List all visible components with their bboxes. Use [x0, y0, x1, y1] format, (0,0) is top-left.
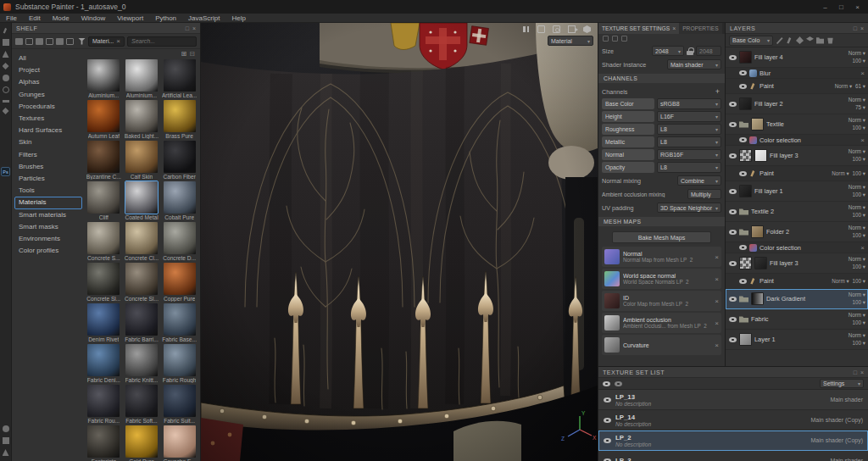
- material-item[interactable]: Concrete Cl...: [124, 222, 160, 261]
- menu-mode[interactable]: Mode: [47, 14, 75, 22]
- visibility-eye-icon[interactable]: [604, 458, 611, 461]
- remove-effect-icon[interactable]: ×: [860, 244, 865, 252]
- remove-filter-icon[interactable]: ×: [116, 37, 120, 45]
- material-item[interactable]: Fabric Deni...: [86, 344, 122, 383]
- material-picker-tool-icon[interactable]: [3, 100, 9, 103]
- opacity-dropdown[interactable]: 100 ▾: [853, 212, 865, 219]
- mesh-map-card[interactable]: World space normalWorld Space Normals LP…: [602, 269, 721, 289]
- sidebar-item-project[interactable]: Project: [14, 64, 82, 76]
- blend-mode-dropdown[interactable]: Norm ▾: [849, 97, 865, 103]
- mesh-map-card[interactable]: IDColor Map from Mesh LP_2×: [602, 291, 721, 311]
- dock-icon[interactable]: □: [854, 25, 857, 31]
- visibility-eye-icon[interactable]: [604, 438, 611, 443]
- minimize-button[interactable]: –: [818, 2, 832, 12]
- grid-small-icon[interactable]: ⊟: [189, 51, 195, 58]
- material-item[interactable]: Aluminium...: [86, 59, 122, 98]
- visibility-eye-icon[interactable]: [739, 137, 747, 142]
- material-item[interactable]: Fabric Soft...: [124, 385, 160, 424]
- visibility-eye-icon[interactable]: [604, 418, 611, 423]
- dock-icon[interactable]: □: [186, 25, 189, 31]
- folder-icon[interactable]: [15, 38, 23, 45]
- viewport-3d[interactable]: Y X Z Material ▾: [201, 23, 598, 461]
- panel-toolbar-icon[interactable]: [603, 36, 609, 42]
- visibility-eye-icon[interactable]: [729, 102, 737, 107]
- blend-mode-dropdown[interactable]: Norm ▾: [849, 312, 865, 319]
- visibility-eye-icon[interactable]: [729, 153, 737, 158]
- visibility-eye-icon[interactable]: [739, 84, 747, 89]
- tab-properties[interactable]: PROPERTIES: [679, 23, 721, 34]
- viewport-display-mode-dropdown[interactable]: Material ▾: [548, 36, 593, 46]
- display-settings-icon[interactable]: [3, 425, 9, 432]
- opacity-dropdown[interactable]: 100 ▾: [853, 192, 865, 198]
- material-item[interactable]: Brass Pure: [161, 100, 198, 139]
- dock-icon[interactable]: □: [854, 369, 857, 375]
- opacity-dropdown[interactable]: 75 ▾: [855, 104, 865, 111]
- sidebar-item-all[interactable]: All: [14, 53, 82, 64]
- blend-mode-dropdown[interactable]: Norm ▾: [849, 225, 865, 231]
- ao-mixing-dropdown[interactable]: Multiply: [687, 189, 721, 199]
- blend-mode-dropdown[interactable]: Norm ▾: [849, 292, 865, 298]
- channel-format-dropdown[interactable]: L16F▾: [657, 111, 721, 122]
- material-item[interactable]: Fabric Barri...: [124, 303, 160, 342]
- sidebar-item-textures[interactable]: Textures: [14, 113, 82, 125]
- blend-mode-dropdown[interactable]: Norm ▾: [832, 278, 849, 285]
- opacity-dropdown[interactable]: 100 ▾: [853, 264, 865, 270]
- material-item[interactable]: Denim Rivet: [86, 303, 122, 342]
- menu-edit[interactable]: Edit: [23, 14, 47, 22]
- tsl-settings-dropdown[interactable]: Settings ▾: [820, 379, 864, 388]
- camera-settings-icon[interactable]: [3, 449, 9, 456]
- visibility-eye-icon[interactable]: [729, 337, 737, 342]
- layer-row[interactable]: Fill layer 4Norm ▾100 ▾: [726, 47, 868, 68]
- maximize-button[interactable]: □: [834, 2, 849, 12]
- export-icon[interactable]: [56, 38, 64, 45]
- material-item[interactable]: Cliff: [86, 181, 122, 220]
- close-button[interactable]: ×: [850, 2, 865, 12]
- material-item[interactable]: Concrete D...: [161, 222, 198, 261]
- menu-file[interactable]: File: [0, 14, 23, 22]
- material-item[interactable]: Gouache E...: [161, 425, 198, 461]
- sidebar-item-procedurals[interactable]: Procedurals: [14, 101, 82, 113]
- mesh-map-card[interactable]: Ambient occlusionAmbient Occlusi... from…: [602, 313, 721, 333]
- mesh-map-card[interactable]: NormalNormal Map from Mesh LP_2×: [602, 247, 721, 267]
- blend-mode-dropdown[interactable]: Norm ▾: [849, 332, 865, 339]
- material-item[interactable]: Fabric Suit...: [161, 385, 198, 424]
- menu-window[interactable]: Window: [75, 14, 111, 22]
- material-item[interactable]: Fabric Base...: [161, 303, 198, 342]
- opacity-dropdown[interactable]: 100 ▾: [853, 170, 865, 177]
- add-smart-material-icon[interactable]: [806, 36, 814, 44]
- material-item[interactable]: Byzantine C...: [86, 141, 122, 180]
- channel-format-dropdown[interactable]: L8▾: [657, 136, 721, 147]
- layer-group-row[interactable]: TextileNorm ▾100 ▾: [726, 114, 868, 135]
- opacity-dropdown[interactable]: 100 ▾: [853, 319, 865, 326]
- shader-settings-icon[interactable]: [3, 437, 9, 444]
- clone-tool-icon[interactable]: [3, 86, 9, 93]
- tab-texture-set-settings[interactable]: TEXTURE SET SETTINGS ×: [598, 23, 679, 34]
- sidebar-item-grunges[interactable]: Grunges: [14, 89, 82, 101]
- material-item[interactable]: Gold Pure: [124, 425, 160, 461]
- material-item[interactable]: Fabric Rou...: [86, 385, 122, 424]
- layer-row[interactable]: Fill layer 3Norm ▾100 ▾: [726, 146, 868, 166]
- menu-viewport[interactable]: Viewport: [111, 14, 149, 22]
- display-settings-icon[interactable]: [537, 25, 545, 33]
- opacity-dropdown[interactable]: 100 ▾: [853, 125, 865, 131]
- close-icon[interactable]: ×: [860, 25, 864, 31]
- blend-mode-dropdown[interactable]: Norm ▾: [849, 117, 865, 124]
- solo-icon[interactable]: [615, 381, 622, 386]
- remove-mesh-map-icon[interactable]: ×: [715, 342, 719, 349]
- add-folder-icon[interactable]: [25, 38, 33, 45]
- material-item[interactable]: Carbon Fiber: [161, 141, 198, 180]
- remove-mesh-map-icon[interactable]: ×: [715, 319, 719, 327]
- visibility-eye-icon[interactable]: [729, 122, 737, 127]
- remove-mesh-map-icon[interactable]: ×: [715, 253, 719, 261]
- add-folder-icon[interactable]: [816, 36, 824, 44]
- material-item[interactable]: Concrete S...: [86, 222, 122, 261]
- layer-row[interactable]: Fill layer 3Norm ▾100 ▾: [726, 253, 868, 274]
- delete-layer-icon[interactable]: [826, 36, 834, 44]
- photoshop-plugin-icon[interactable]: Ps: [1, 167, 10, 176]
- sidebar-item-environments[interactable]: Environments: [14, 233, 82, 245]
- visibility-eye-icon[interactable]: [739, 279, 747, 284]
- opacity-dropdown[interactable]: 100 ▾: [853, 278, 865, 285]
- blend-mode-dropdown[interactable]: Norm ▾: [849, 148, 865, 155]
- effect-row[interactable]: Blur×: [726, 68, 868, 79]
- close-icon[interactable]: ×: [192, 25, 196, 31]
